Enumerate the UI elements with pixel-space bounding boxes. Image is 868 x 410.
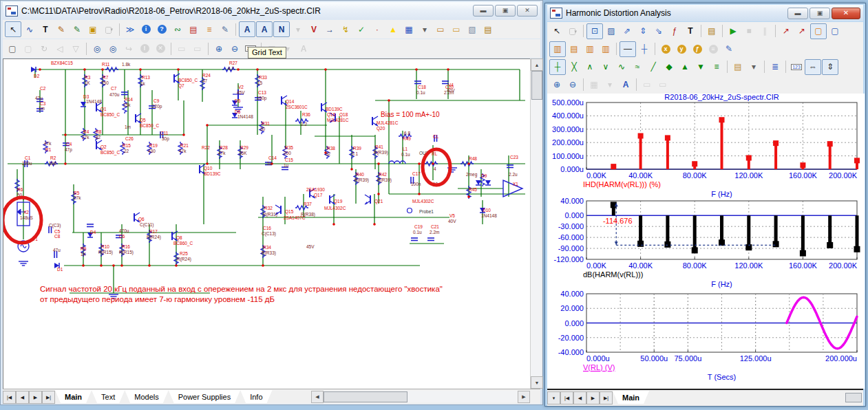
number-format-button[interactable]: 123 [789, 60, 804, 74]
info-button[interactable]: i [138, 22, 154, 36]
power-toggle-button[interactable]: ↯ [338, 22, 353, 36]
plot-layout-2-button[interactable]: ▤ [567, 42, 582, 56]
picture-mode-button[interactable]: ▣ [85, 22, 100, 36]
global-low-button[interactable]: ▼ [693, 60, 708, 74]
high-button[interactable]: ∿ [614, 60, 629, 74]
plot-layout-3-button[interactable]: ▥ [582, 42, 597, 56]
new-page-button[interactable]: ▭ [433, 22, 448, 36]
model-check-button[interactable]: ▤ [186, 22, 201, 36]
bill-of-materials-button[interactable]: ≡ [202, 22, 217, 36]
previous-point-button[interactable]: ╳ [567, 60, 582, 74]
tab-models[interactable]: Models [125, 390, 168, 403]
find-next-button[interactable]: ◎ [105, 41, 120, 56]
digital-cursor-button[interactable]: ↗ [794, 24, 809, 39]
web-link-button[interactable]: ∾ [170, 22, 185, 36]
tab-main[interactable]: Main [55, 390, 92, 403]
edit-notes-button[interactable]: ✎ [218, 22, 233, 36]
single-curve-button[interactable]: — [620, 41, 636, 57]
analog-cursor-button[interactable]: ↗ [779, 24, 794, 39]
font-button[interactable]: A [618, 78, 633, 92]
minimize-button[interactable]: ▬ [787, 8, 808, 19]
graphics-mode-button[interactable]: ✎ [70, 22, 85, 36]
pin-connections-toggle-button[interactable]: ∙ [370, 22, 385, 36]
schematic-vscrollbar[interactable]: ▲ ▼ [530, 58, 542, 389]
analysis-titlebar[interactable]: Harmonic Distortion Analysis ▬ ▣ ✕ [547, 5, 863, 21]
prev-page-button[interactable]: ◀ [16, 391, 29, 404]
plot-layout-1-button[interactable]: ▥ [549, 41, 566, 57]
scale-mode-button[interactable]: ⊡ [586, 23, 603, 39]
text-mode-button[interactable]: T [38, 22, 53, 36]
hscroll-thumb[interactable] [324, 391, 407, 402]
zoom-in-button[interactable]: ⊕ [549, 78, 564, 92]
fx-mode-button[interactable]: ƒ [667, 24, 682, 39]
slope-button[interactable]: ╱ [646, 60, 661, 74]
last-page-button[interactable]: ▶| [600, 391, 613, 404]
envelope-button[interactable]: ≡ [709, 60, 724, 74]
numeric-output-button[interactable]: ≣ [768, 60, 783, 74]
next-point-button[interactable]: ┼ [549, 59, 566, 75]
vscroll-thumb[interactable] [531, 71, 542, 100]
next-page-button[interactable]: ▶ [586, 391, 600, 404]
properties-button[interactable]: ▤ [704, 24, 719, 39]
first-page-button[interactable]: |◀ [560, 391, 573, 404]
region-select-mode-button[interactable]: ▧ [465, 22, 480, 36]
edit-button[interactable]: ✎ [721, 42, 737, 56]
analysis-plot-area[interactable]: 0.00K40.00K80.00K120.00K160.00K200.00K50… [547, 94, 865, 389]
scale-diagonal-button[interactable]: ⇗ [620, 24, 635, 39]
run-button[interactable]: ▶ [726, 24, 741, 39]
grid-menu-button[interactable]: ▾ [417, 22, 432, 36]
scroll-down-icon[interactable]: ▼ [531, 376, 543, 389]
zoom-in-button[interactable]: ⊕ [211, 41, 226, 56]
scroll-right-icon[interactable]: ▶ [518, 391, 530, 403]
hscroll-thumb[interactable] [845, 393, 862, 402]
select-box-button[interactable]: ▢ [5, 41, 20, 56]
scale-corner-button[interactable]: ⇘ [651, 24, 666, 39]
inflection-button[interactable]: ◆ [661, 60, 677, 74]
schematic-titlebar[interactable]: C:\MC11\DATA\Petrov\Radio\R2018-06_Petro… [3, 2, 540, 19]
select-tool-button[interactable]: ↖ [549, 24, 564, 39]
grid-text-toggle-button[interactable]: A [256, 21, 273, 37]
scale-vertical-button[interactable]: ⇕ [635, 24, 650, 39]
prev-page-button[interactable]: ◀ [573, 391, 586, 404]
tab-info[interactable]: Info [240, 390, 272, 403]
flow-text-button[interactable]: ≫ [123, 22, 138, 36]
scroll-left-icon[interactable]: ◀ [311, 391, 324, 403]
line-mode-button[interactable]: ✎ [54, 22, 69, 36]
zoom-region-button[interactable]: ▢ [827, 24, 843, 39]
cursor-mode-button[interactable]: ┼ [637, 42, 652, 56]
x-axis-tag-button[interactable]: ⇔ [805, 59, 821, 75]
global-high-button[interactable]: ▲ [677, 60, 692, 74]
text-page-button[interactable]: ▭ [449, 22, 464, 36]
page-menu-button[interactable]: ▾ [547, 391, 560, 404]
schematic-hscrollbar[interactable]: ◀ ▶ [311, 391, 530, 402]
maximize-button[interactable]: ▣ [495, 5, 516, 17]
node-numbers-toggle-button[interactable]: N [273, 21, 290, 37]
select-region-button[interactable]: ▢ [810, 23, 827, 39]
current-toggle-button[interactable]: → [322, 22, 337, 36]
plot-layout-4-button[interactable]: ▥ [598, 42, 613, 56]
maximize-button[interactable]: ▣ [809, 8, 830, 19]
zoom-out-button[interactable]: ⊖ [565, 78, 580, 92]
properties-button[interactable]: ▤ [480, 22, 496, 36]
clipboard-button[interactable]: ▤ [730, 60, 745, 74]
next-page-button[interactable]: ▶ [29, 391, 42, 404]
grid-toggle-button[interactable]: ▦ [401, 22, 416, 36]
find-button[interactable]: ◎ [89, 41, 105, 56]
condition-toggle-button[interactable]: ✓ [354, 22, 369, 36]
wire-mode-button[interactable]: ∿ [22, 22, 37, 36]
valley-button[interactable]: ∨ [598, 60, 613, 74]
low-button[interactable]: ≈ [630, 60, 645, 74]
y-axis-tag-button[interactable]: ⇕ [822, 59, 838, 75]
last-page-button[interactable]: ▶| [42, 391, 55, 404]
tab-text[interactable]: Text [92, 390, 125, 403]
schematic-canvas[interactable]: BZX84C15D2R111.8kR31KR7750C247uC7470uR13… [3, 58, 531, 389]
warning-toggle-button[interactable]: ▲ [385, 22, 401, 36]
minimize-button[interactable]: ▬ [473, 5, 494, 17]
first-page-button[interactable]: |◀ [3, 391, 16, 404]
help-button[interactable]: ? [154, 22, 169, 36]
close-button[interactable]: ✕ [832, 8, 860, 19]
clipboard-menu-button[interactable]: ▾ [746, 60, 761, 74]
y-cursor-button[interactable]: y [674, 42, 689, 56]
fx-cursor-button[interactable]: ƒ [690, 42, 705, 56]
graph-window-button[interactable]: ▨ [604, 24, 619, 39]
